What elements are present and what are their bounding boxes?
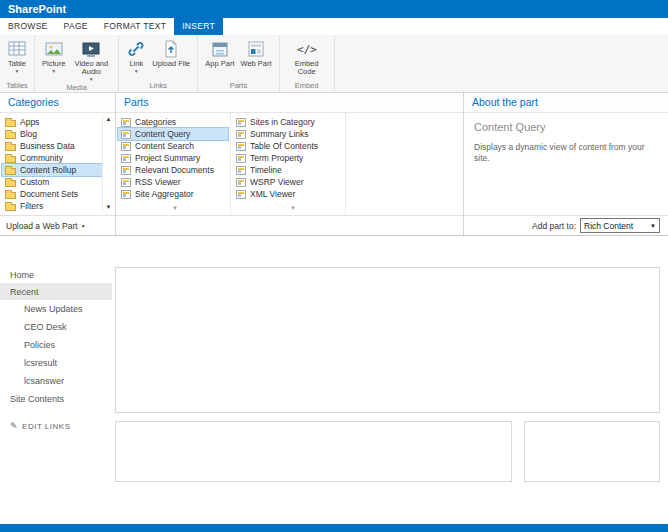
web-part-item-icon bbox=[121, 118, 131, 127]
category-item-content-rollup[interactable]: Content Rollup bbox=[2, 164, 113, 176]
parts-panel-title: Parts bbox=[116, 93, 463, 113]
embed-code-button-label: Embed Code bbox=[287, 60, 327, 76]
part-label: Content Query bbox=[135, 129, 190, 139]
add-part-target-select[interactable]: Rich Content ▼ bbox=[580, 218, 660, 233]
part-item-content-query[interactable]: Content Query bbox=[118, 128, 228, 140]
categories-panel-title: Categories bbox=[0, 93, 115, 113]
parts-column-1: Categories Content Query Content Search … bbox=[116, 113, 231, 216]
web-part-item-icon bbox=[236, 130, 246, 139]
part-item-xml-viewer[interactable]: XML Viewer bbox=[233, 188, 343, 200]
chevron-down-icon: ▼ bbox=[134, 68, 139, 74]
upload-web-part-link[interactable]: Upload a Web Part ▼ bbox=[6, 221, 86, 231]
part-label: Content Search bbox=[135, 141, 194, 151]
category-label: Document Sets bbox=[20, 189, 78, 199]
category-label: Blog bbox=[20, 129, 37, 139]
sidebar-item-recent[interactable]: Recent bbox=[0, 283, 112, 300]
table-icon bbox=[7, 39, 27, 59]
sidebar-item-site-contents[interactable]: Site Contents bbox=[0, 390, 112, 407]
part-label: Timeline bbox=[250, 165, 282, 175]
tab-page[interactable]: PAGE bbox=[56, 18, 96, 35]
chevron-down-icon: ▼ bbox=[647, 223, 659, 229]
edit-links-button[interactable]: ✎ EDIT LINKS bbox=[0, 419, 112, 433]
ribbon-group-label-tables: Tables bbox=[5, 81, 29, 91]
category-item-custom[interactable]: Custom bbox=[2, 176, 113, 188]
scroll-down-icon[interactable]: ▼ bbox=[103, 203, 114, 212]
part-item-relevant-documents[interactable]: Relevant Documents bbox=[118, 164, 228, 176]
part-item-wsrp-viewer[interactable]: WSRP Viewer bbox=[233, 176, 343, 188]
picture-button[interactable]: Picture ▼ bbox=[40, 38, 67, 75]
ribbon-tab-row: BROWSE PAGE FORMAT TEXT INSERT bbox=[0, 18, 668, 35]
web-part-picker: Categories Apps Blog Business Data Commu… bbox=[0, 93, 668, 236]
part-item-site-aggregator[interactable]: Site Aggregator bbox=[118, 188, 228, 200]
folder-icon bbox=[5, 156, 16, 163]
video-and-audio-button[interactable]: Video and Audio ▼ bbox=[69, 38, 113, 83]
folder-icon bbox=[5, 120, 16, 127]
app-part-button[interactable]: App Part bbox=[203, 38, 236, 69]
rich-content-zone-main[interactable] bbox=[115, 267, 660, 413]
parts-scroll-indicator-icon[interactable]: ▼ bbox=[290, 205, 296, 211]
suite-brand[interactable]: SharePoint bbox=[8, 3, 66, 15]
upload-file-button[interactable]: Upload File bbox=[150, 38, 192, 69]
part-item-sites-in-category[interactable]: Sites in Category bbox=[233, 116, 343, 128]
parts-panel: Parts Categories Content Query Content S… bbox=[116, 93, 464, 235]
sidebar-item-news-updates[interactable]: News Updates bbox=[0, 300, 112, 318]
sidebar-item-policies[interactable]: Policies bbox=[0, 336, 112, 354]
sidebar-item-lcsresult[interactable]: lcsresult bbox=[0, 354, 112, 372]
part-item-term-property[interactable]: Term Property bbox=[233, 152, 343, 164]
embed-code-icon: </> bbox=[297, 39, 317, 59]
part-item-summary-links[interactable]: Summary Links bbox=[233, 128, 343, 140]
link-button[interactable]: Link ▼ bbox=[124, 38, 148, 75]
part-item-content-search[interactable]: Content Search bbox=[118, 140, 228, 152]
category-item-filters[interactable]: Filters bbox=[2, 200, 113, 212]
parts-scroll-indicator-icon[interactable]: ▼ bbox=[172, 205, 178, 211]
category-item-community[interactable]: Community bbox=[2, 152, 113, 164]
tab-format-text[interactable]: FORMAT TEXT bbox=[96, 18, 174, 35]
category-label: Apps bbox=[20, 117, 39, 127]
part-item-table-of-contents[interactable]: Table Of Contents bbox=[233, 140, 343, 152]
table-button[interactable]: Table ▼ bbox=[5, 38, 29, 75]
category-item-apps[interactable]: Apps bbox=[2, 116, 113, 128]
video-audio-icon bbox=[81, 39, 101, 59]
part-label: Project Summary bbox=[135, 153, 200, 163]
ribbon-group-label-parts: Parts bbox=[203, 81, 273, 91]
category-item-business-data[interactable]: Business Data bbox=[2, 140, 113, 152]
upload-file-button-label: Upload File bbox=[152, 60, 190, 68]
nav-label: Site Contents bbox=[10, 394, 64, 404]
nav-label: lcsanswer bbox=[24, 376, 64, 386]
part-label: Site Aggregator bbox=[135, 189, 194, 199]
part-label: Sites in Category bbox=[250, 117, 315, 127]
web-part-button[interactable]: Web Part bbox=[238, 38, 273, 69]
rich-content-zone-bottom-right[interactable] bbox=[524, 421, 660, 482]
category-label: Community bbox=[20, 153, 63, 163]
nav-label: lcsresult bbox=[24, 358, 57, 368]
tab-insert[interactable]: INSERT bbox=[174, 18, 223, 35]
sidebar-item-lcsanswer[interactable]: lcsanswer bbox=[0, 372, 112, 390]
part-label: Categories bbox=[135, 117, 176, 127]
category-item-blog[interactable]: Blog bbox=[2, 128, 113, 140]
scroll-up-icon[interactable]: ▲ bbox=[103, 115, 114, 124]
tab-browse[interactable]: BROWSE bbox=[0, 18, 56, 35]
part-item-rss-viewer[interactable]: RSS Viewer bbox=[118, 176, 228, 188]
part-item-categories[interactable]: Categories bbox=[118, 116, 228, 128]
folder-icon bbox=[5, 132, 16, 139]
part-item-timeline[interactable]: Timeline bbox=[233, 164, 343, 176]
category-item-document-sets[interactable]: Document Sets bbox=[2, 188, 113, 200]
nav-label: CEO Desk bbox=[24, 322, 67, 332]
ribbon-group-parts: App Part Web Part Parts bbox=[198, 35, 279, 92]
sidebar-item-home[interactable]: Home bbox=[0, 266, 112, 283]
part-item-project-summary[interactable]: Project Summary bbox=[118, 152, 228, 164]
web-part-button-label: Web Part bbox=[240, 60, 271, 68]
picture-icon bbox=[44, 39, 64, 59]
category-label: Content Rollup bbox=[20, 165, 76, 175]
about-body: Content Query Displays a dynamic view of… bbox=[464, 113, 668, 172]
sidebar-item-ceo-desk[interactable]: CEO Desk bbox=[0, 318, 112, 336]
video-and-audio-button-label: Video and Audio bbox=[71, 60, 111, 76]
ribbon-group-label-media: Media bbox=[40, 83, 113, 93]
chevron-down-icon: ▼ bbox=[81, 223, 86, 229]
chevron-down-icon: ▼ bbox=[15, 68, 20, 74]
rich-content-zone-bottom-left[interactable] bbox=[115, 421, 512, 482]
upload-file-icon bbox=[161, 39, 181, 59]
embed-code-button[interactable]: </> Embed Code bbox=[285, 38, 329, 77]
sharepoint-page: SharePoint BROWSE PAGE FORMAT TEXT INSER… bbox=[0, 0, 668, 532]
categories-scrollbar[interactable]: ▲ ▼ bbox=[102, 115, 114, 212]
